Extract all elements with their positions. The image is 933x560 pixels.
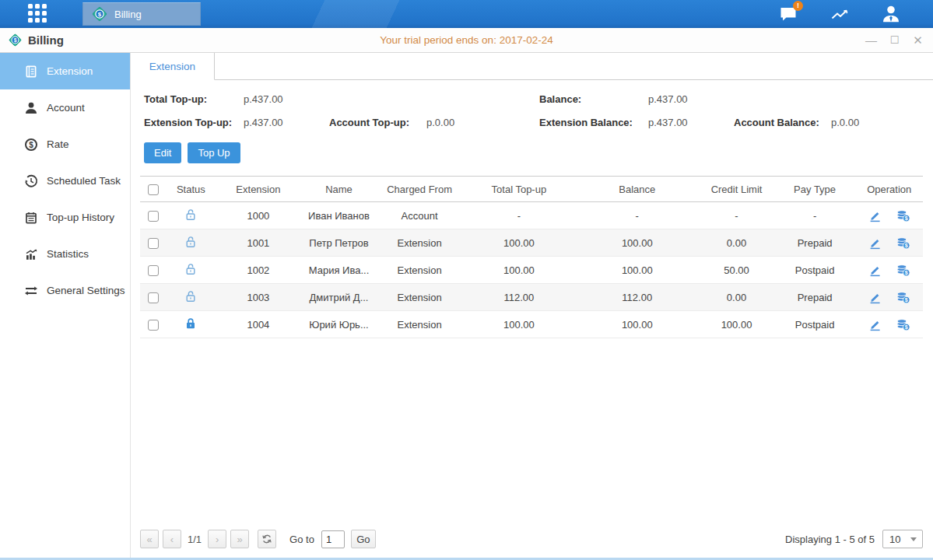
- unlocked-icon[interactable]: [184, 236, 197, 248]
- sidebar-item-statistics[interactable]: Statistics: [0, 236, 130, 272]
- extension-topup-label: Extension Top-up:: [144, 117, 244, 128]
- column-header-credit-limit[interactable]: Credit Limit: [699, 177, 774, 202]
- cell-name: Мария Ива...: [301, 257, 377, 284]
- total-topup-label: Total Top-up:: [144, 93, 244, 105]
- row-checkbox[interactable]: [148, 320, 159, 331]
- page-size-select[interactable]: 10: [882, 530, 923, 548]
- edit-button[interactable]: Edit: [144, 142, 181, 163]
- top-up-coins-icon[interactable]: $: [896, 236, 910, 250]
- cell-extension: 1002: [216, 257, 302, 284]
- column-header-extension[interactable]: Extension: [216, 177, 302, 202]
- last-page-button[interactable]: »: [230, 530, 249, 548]
- chat-icon[interactable]: !: [777, 3, 799, 25]
- top-up-coins-icon[interactable]: $: [896, 263, 910, 277]
- dollar-circle-icon: $: [24, 138, 38, 152]
- tab-extension[interactable]: Extension: [131, 53, 215, 80]
- column-header-status[interactable]: Status: [167, 177, 215, 202]
- cell-balance: -: [575, 202, 699, 229]
- sidebar-item-label: Rate: [47, 138, 69, 150]
- account-topup-label: Account Top-up:: [329, 117, 426, 128]
- cell-total-topup: 112.00: [462, 284, 575, 311]
- refresh-button[interactable]: [258, 530, 276, 548]
- edit-pencil-icon[interactable]: [868, 208, 882, 222]
- bar-chart-icon: [24, 247, 38, 261]
- sidebar-item-rate[interactable]: $ Rate: [0, 126, 130, 163]
- column-header-pay-type[interactable]: Pay Type: [774, 177, 856, 202]
- table-row[interactable]: 1002 Мария Ива... Extension 100.00 100.0…: [140, 257, 923, 284]
- cell-credit-limit: 50.00: [699, 257, 774, 284]
- table-row[interactable]: 1004 Юрий Юрь... Extension 100.00 100.00…: [140, 311, 923, 338]
- minimize-button[interactable]: —: [865, 34, 877, 46]
- cell-charged-from: Extension: [377, 229, 463, 257]
- row-checkbox[interactable]: [148, 238, 159, 249]
- chart-icon[interactable]: [829, 3, 851, 25]
- sidebar-item-topup-history[interactable]: Top-up History: [0, 199, 130, 236]
- sidebar-item-label: Statistics: [47, 248, 89, 260]
- top-up-coins-icon[interactable]: $: [896, 208, 910, 222]
- extension-balance-label: Extension Balance:: [539, 117, 648, 128]
- edit-pencil-icon[interactable]: [868, 317, 882, 331]
- svg-text:$: $: [905, 297, 908, 303]
- sidebar-item-label: Top-up History: [47, 212, 114, 223]
- unlocked-icon[interactable]: [184, 290, 197, 303]
- go-button[interactable]: Go: [351, 530, 376, 548]
- column-header-balance[interactable]: Balance: [575, 177, 699, 202]
- page-indicator: 1/1: [188, 534, 202, 545]
- first-page-button[interactable]: «: [140, 530, 159, 548]
- top-up-coins-icon[interactable]: $: [896, 317, 910, 331]
- goto-page-input[interactable]: [321, 530, 345, 548]
- billing-app-window: $ Billing !: [0, 0, 933, 560]
- user-icon[interactable]: [880, 3, 902, 25]
- table-row[interactable]: 1003 Дмитрий Д... Extension 112.00 112.0…: [140, 284, 923, 311]
- select-all-checkbox[interactable]: [148, 184, 159, 195]
- top-up-button[interactable]: Top Up: [188, 142, 240, 163]
- cell-name: Дмитрий Д...: [301, 284, 377, 311]
- row-checkbox[interactable]: [148, 292, 159, 303]
- column-header-charged-from[interactable]: Charged From: [377, 177, 463, 202]
- sidebar-item-extension[interactable]: Extension: [0, 53, 130, 89]
- account-balance-value: p.0.00: [831, 117, 917, 128]
- sidebar-item-label: Scheduled Task: [47, 175, 121, 187]
- sidebar-item-account[interactable]: Account: [0, 89, 130, 126]
- unlocked-icon[interactable]: [184, 208, 197, 221]
- next-page-button[interactable]: ›: [208, 530, 226, 548]
- svg-text:$: $: [98, 11, 102, 18]
- unlocked-icon[interactable]: [184, 263, 197, 275]
- extensions-table: Status Extension Name Charged From Total…: [140, 176, 923, 527]
- column-header-total-topup[interactable]: Total Top-up: [462, 177, 575, 202]
- sidebar-item-scheduled-task[interactable]: Scheduled Task: [0, 163, 130, 199]
- cell-charged-from: Extension: [377, 284, 463, 311]
- edit-pencil-icon[interactable]: [868, 236, 882, 250]
- cell-balance: 112.00: [575, 284, 699, 311]
- balance-label: Balance:: [539, 93, 648, 105]
- column-header-operation[interactable]: Operation: [855, 177, 923, 202]
- sliders-icon: [24, 284, 38, 298]
- column-header-name[interactable]: Name: [301, 177, 377, 202]
- summary-panel: Total Top-up: p.437.00 Extension Top-up:…: [131, 80, 933, 140]
- svg-text:$: $: [905, 324, 908, 331]
- cell-balance: 100.00: [575, 257, 699, 284]
- cell-charged-from: Account: [377, 202, 463, 229]
- locked-icon[interactable]: [184, 317, 197, 330]
- notification-badge: !: [793, 1, 803, 11]
- close-button[interactable]: ✕: [912, 34, 924, 46]
- prev-page-button[interactable]: ‹: [163, 530, 181, 548]
- page-size-value: 10: [883, 534, 910, 545]
- table-row[interactable]: 1000 Иван Иванов Account - - - -: [140, 202, 923, 229]
- taskbar-tab-billing[interactable]: $ Billing: [82, 2, 201, 26]
- cell-charged-from: Extension: [377, 311, 463, 338]
- main-content: Extension Total Top-up: p.437.00 Extensi…: [131, 53, 933, 558]
- cell-pay-type: Prepaid: [774, 229, 856, 257]
- row-checkbox[interactable]: [148, 211, 159, 222]
- edit-pencil-icon[interactable]: [868, 263, 882, 277]
- cell-pay-type: Postpaid: [774, 257, 856, 284]
- cell-pay-type: Postpaid: [774, 311, 856, 338]
- maximize-button[interactable]: ☐: [889, 35, 900, 45]
- extension-balance-value: p.437.00: [648, 117, 734, 128]
- sidebar-item-general-settings[interactable]: General Settings: [0, 272, 130, 309]
- top-up-coins-icon[interactable]: $: [896, 290, 910, 304]
- app-grid-icon[interactable]: [28, 4, 48, 24]
- edit-pencil-icon[interactable]: [868, 290, 882, 304]
- row-checkbox[interactable]: [148, 265, 159, 276]
- table-row[interactable]: 1001 Петр Петров Extension 100.00 100.00…: [140, 229, 923, 257]
